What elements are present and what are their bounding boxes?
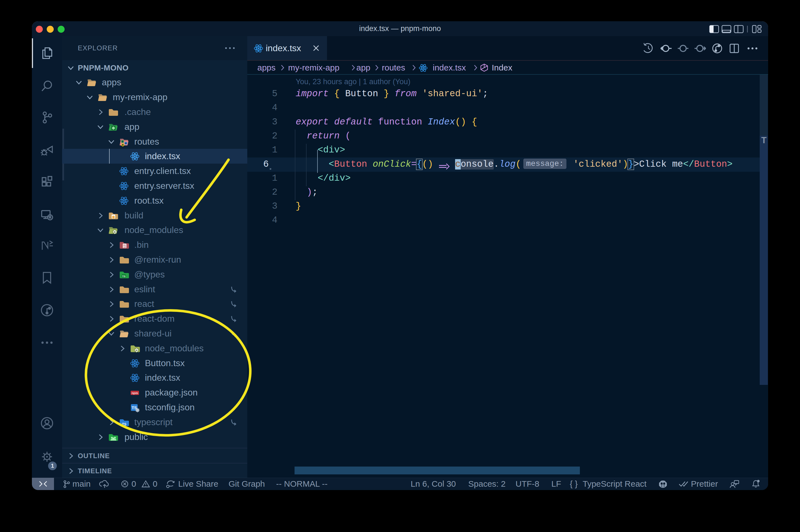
svg-text:npm: npm: [132, 391, 138, 395]
svg-text:TS: TS: [122, 275, 125, 278]
svg-text:TS: TS: [122, 422, 126, 426]
svg-text:js: js: [135, 349, 138, 352]
svg-text:10: 10: [123, 246, 126, 248]
svg-text:js: js: [113, 230, 116, 233]
